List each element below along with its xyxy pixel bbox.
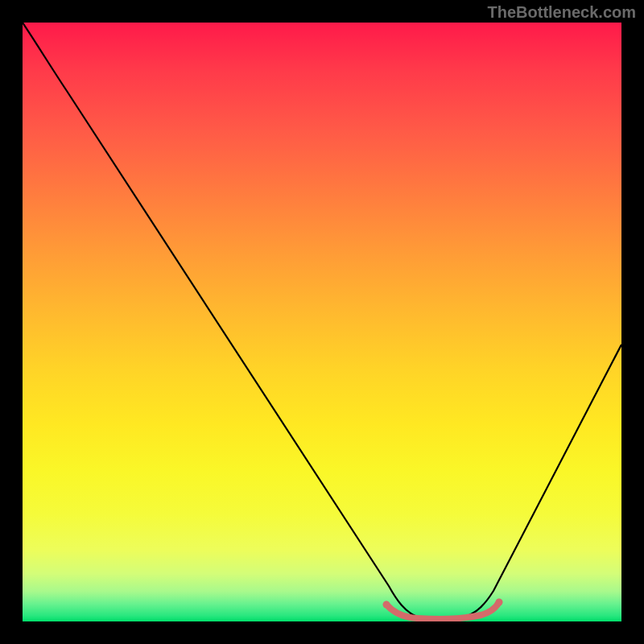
plot-area [23,23,621,621]
bottleneck-curve-line [23,23,621,619]
marker-start-cap [383,601,390,609]
chart-frame [0,0,644,644]
attribution-text: TheBottleneck.com [488,3,636,22]
chart-svg [23,23,621,621]
marker-end-cap [496,599,503,606]
